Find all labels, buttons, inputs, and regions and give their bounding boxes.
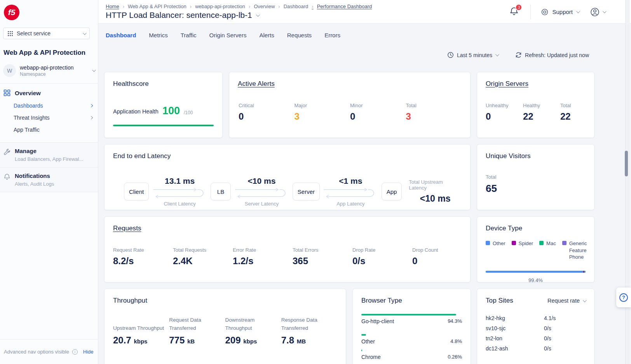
site-name: sv10-sjc [486, 325, 544, 332]
latency-hop-app: <1 ms App Latency [320, 176, 382, 207]
tab-origin-servers[interactable]: Origin Servers [209, 32, 247, 38]
tab-metrics[interactable]: Metrics [149, 32, 167, 38]
browser-row-other: Other4.8% [361, 334, 462, 345]
legend-swatch [512, 241, 516, 245]
breadcrumb-item[interactable]: Web App & API Protection [119, 3, 187, 9]
chevron-down-icon [83, 31, 87, 35]
manage-description: Load Balancers, App Firewal... [15, 156, 83, 162]
sort-label: Request rate [547, 298, 580, 304]
chevron-down-icon [576, 9, 580, 13]
time-range-selector[interactable]: Last 5 minutes [447, 52, 498, 58]
sidebar-item-label: Dashboards [14, 103, 43, 109]
origin-servers-title-link[interactable]: Origin Servers [486, 80, 528, 87]
browser-row-chrome: Chrome0.26% [361, 350, 462, 360]
support-menu[interactable]: Support [541, 8, 579, 16]
metric-upstream-throughput: Upstream Throughput 20.7 kbps [113, 315, 169, 346]
select-service-label: Select service [17, 30, 51, 37]
latency-hop-server: <10 ms Server Latency [231, 176, 293, 207]
dashboard-tabs: Dashboard Metrics Traffic Origin Servers… [106, 32, 340, 38]
round-trip-arrow-icon [233, 186, 291, 200]
chevron-down-icon [92, 68, 96, 72]
support-lifebuoy-icon [541, 8, 549, 16]
sidebar-item-threat-insights[interactable]: Threat Insights [14, 111, 92, 124]
breadcrumb-item[interactable]: Dashboard [275, 3, 308, 9]
sidebar-item-overview[interactable]: Overview [3, 89, 98, 96]
bar-segment-generic-feature-phone [585, 271, 586, 273]
scrollbar-thumb[interactable] [625, 151, 628, 176]
active-alerts-card: Active Alerts Critical 0 Major 3 Minor 0… [229, 72, 471, 138]
requests-card: Requests Request Rate 8.2/s Total Reques… [104, 216, 471, 282]
top-sites-sort-dropdown[interactable]: Request rate [547, 298, 586, 304]
latency-node-app: App [382, 183, 402, 200]
sidebar-item-app-traffic[interactable]: App Traffic [14, 124, 92, 136]
namespace-avatar: W [3, 64, 16, 77]
notifications-bell-button[interactable]: 3 [509, 7, 519, 17]
breadcrumb-home[interactable]: Home [106, 3, 119, 9]
metric-total: Total 22 [560, 103, 571, 122]
chevron-down-icon [583, 298, 587, 302]
title-chevron-down-icon[interactable] [256, 13, 260, 17]
browser-bar [361, 334, 366, 336]
namespace-name: webapp-api-protection [20, 64, 74, 71]
f5-logo-text: f5 [8, 8, 16, 17]
advanced-nav-label: Advanced nav options visible [4, 349, 69, 355]
sidebar-item-manage[interactable]: Manage Load Balancers, App Firewal... [0, 142, 98, 167]
latency-node-lb: LB [211, 183, 231, 200]
latency-title: End to end Latency [113, 152, 462, 160]
breadcrumb-item[interactable]: Overview [245, 3, 275, 9]
tab-errors[interactable]: Errors [324, 32, 340, 38]
chevron-down-icon [603, 9, 607, 13]
sidebar-item-label: Threat Insights [14, 115, 50, 121]
legend-item-mac: Mac [539, 240, 556, 247]
device-type-bar [486, 271, 586, 273]
namespace-selector[interactable]: W webapp-api-protection Namespace [3, 64, 95, 77]
support-label: Support [552, 9, 573, 15]
select-service-dropdown[interactable]: Select service [3, 28, 90, 39]
browser-type-title: Browser Type [361, 297, 462, 305]
scrollbar-track[interactable] [625, 0, 630, 364]
info-icon[interactable] [72, 349, 78, 355]
metric-total-requests: Total Requests 2.4K [173, 247, 233, 266]
unique-visitors-title: Unique Visitors [486, 152, 586, 160]
tab-traffic[interactable]: Traffic [181, 32, 197, 38]
hide-nav-link[interactable]: Hide [83, 349, 94, 355]
sidebar-footer: Advanced nav options visible Hide [0, 339, 98, 364]
site-name: tn2-lon [486, 335, 544, 342]
tab-dashboard[interactable]: Dashboard [106, 32, 136, 38]
legend-item-other: Other [486, 240, 505, 247]
active-alerts-title-link[interactable]: Active Alerts [238, 80, 275, 87]
header-actions: 3 Support [509, 0, 605, 24]
f5-logo[interactable]: f5 [4, 5, 19, 20]
healthscore-card: Healthscore Application Health 100 /100 [104, 72, 223, 138]
sidebar-item-notifications[interactable]: Notifications Alerts, Audit Logs [0, 167, 98, 192]
sidebar-item-dashboards[interactable]: Dashboards [14, 99, 92, 111]
metric-request-rate: Request Rate 8.2/s [113, 247, 173, 266]
healthscore-title: Healthscore [113, 80, 214, 88]
help-button[interactable]: ? [616, 287, 631, 307]
metric-downstream-throughput: Downstream Throughput 209 kbps [225, 315, 281, 346]
top-sites-list: hk2-hkg4.1/s sv10-sjc0/s tn2-lon0/s dc12… [486, 315, 586, 352]
metric-unhealthy: Unhealthy 0 [486, 103, 523, 122]
latency-node-server: Server [293, 183, 320, 200]
breadcrumb-current[interactable]: Performance Dashboard [308, 3, 372, 9]
account-menu[interactable] [590, 7, 605, 17]
site-rate: 0/s [544, 345, 586, 352]
device-type-legend: Other Spider Mac Generic Feature Phone [486, 240, 586, 261]
metric-error-rate: Error Rate 1.2/s [233, 247, 293, 266]
top-sites-title: Top Sites [486, 297, 513, 305]
healthscore-progress-bar [113, 125, 214, 126]
tab-alerts[interactable]: Alerts [259, 32, 274, 38]
page-title: HTTP Load Balancer: sentence-app-lb-1 [106, 10, 252, 20]
chevron-right-icon [90, 104, 93, 107]
throughput-title: Throughput [113, 297, 337, 305]
refresh-status-label: Refresh: Updated just now [525, 52, 589, 58]
divider [0, 83, 98, 84]
refresh-button[interactable]: Refresh: Updated just now [515, 52, 589, 58]
refresh-icon [515, 52, 522, 58]
legend-item-spider: Spider [512, 240, 533, 247]
requests-title-link[interactable]: Requests [113, 225, 141, 232]
tab-requests[interactable]: Requests [287, 32, 312, 38]
site-rate: 0/s [544, 325, 586, 332]
breadcrumb-item[interactable]: webapp-api-protection [187, 3, 245, 9]
site-rate: 0/s [544, 335, 586, 342]
